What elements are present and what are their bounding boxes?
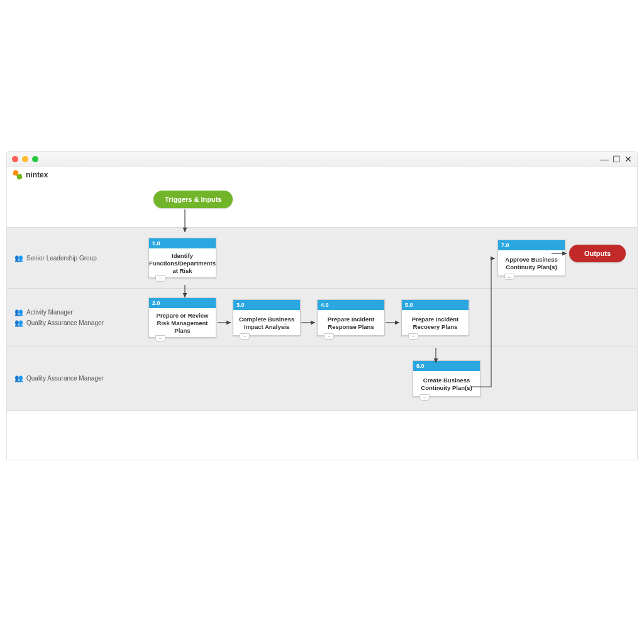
zoom-dot[interactable]: [32, 156, 38, 162]
lane-label: 👥 Activity Manager 👥 Quality Assurance M…: [7, 289, 142, 347]
role-text: Quality Assurance Manager: [26, 319, 104, 326]
step-tab[interactable]: –: [419, 394, 430, 401]
window-controls: — ☐ ✕: [600, 154, 632, 164]
maximize-icon[interactable]: ☐: [613, 154, 621, 164]
close-dot[interactable]: [12, 156, 18, 162]
step-number: 5.0: [402, 300, 469, 310]
app-window: — ☐ ✕ nintex Triggers & Inputs Outputs 👥…: [6, 151, 638, 460]
people-icon: 👥: [14, 374, 23, 382]
brand-icon: [13, 170, 22, 179]
step-number: 1.0: [149, 238, 216, 248]
step-3[interactable]: 3.0 Complete Business Impact Analysis –: [233, 299, 301, 336]
minimize-dot[interactable]: [22, 156, 28, 162]
lane-activity-manager: 👥 Activity Manager 👥 Quality Assurance M…: [7, 288, 637, 347]
role-text: Senior Leadership Group: [26, 255, 97, 262]
minimize-icon[interactable]: —: [600, 154, 609, 164]
step-title: Prepare or Review Risk Management Plans: [149, 308, 216, 337]
triggers-pill[interactable]: Triggers & Inputs: [153, 191, 233, 208]
step-tab[interactable]: –: [324, 333, 334, 340]
titlebar: — ☐ ✕: [7, 152, 637, 167]
step-5[interactable]: 5.0 Prepare Incident Recovery Plans –: [401, 299, 469, 336]
traffic-lights: [12, 156, 38, 162]
lane-senior-leadership: 👥 Senior Leadership Group 1.0 Identify F…: [7, 227, 637, 288]
role-text: Quality Assurance Manager: [26, 375, 104, 382]
triggers-label: Triggers & Inputs: [165, 196, 221, 203]
step-title: Approve Business Continuity Plan(s): [498, 250, 565, 275]
people-icon: 👥: [14, 254, 23, 262]
people-icon: 👥: [14, 308, 23, 316]
step-7[interactable]: 7.0 Approve Business Continuity Plan(s) …: [497, 240, 565, 276]
step-number: 3.0: [233, 300, 300, 310]
step-tab[interactable]: –: [240, 333, 250, 340]
lane-role: 👥 Quality Assurance Manager: [14, 374, 135, 382]
step-tab[interactable]: –: [155, 275, 165, 282]
lane-label: 👥 Senior Leadership Group: [7, 228, 142, 288]
close-icon[interactable]: ✕: [625, 154, 632, 164]
step-number: 6.0: [413, 361, 480, 371]
step-4[interactable]: 4.0 Prepare Incident Response Plans –: [317, 299, 385, 336]
lane-role: 👥 Quality Assurance Manager: [14, 319, 135, 327]
step-number: 4.0: [318, 300, 384, 310]
lane-role: 👥 Senior Leadership Group: [14, 254, 135, 262]
lane-body: 1.0 Identify Functions/Departments at Ri…: [142, 228, 637, 288]
people-icon: 👥: [14, 319, 23, 327]
step-title: Complete Business Impact Analysis: [233, 310, 300, 335]
step-tab[interactable]: –: [504, 274, 514, 280]
lane-role: 👥 Activity Manager: [14, 308, 135, 316]
step-title: Create Business Continuity Plan(s): [413, 371, 480, 396]
step-6[interactable]: 6.0 Create Business Continuity Plan(s) –: [413, 360, 480, 397]
step-tab[interactable]: –: [155, 335, 165, 341]
brand-name: nintex: [26, 170, 48, 179]
step-title: Prepare Incident Recovery Plans: [402, 310, 469, 335]
step-number: 2.0: [149, 298, 216, 308]
step-number: 7.0: [498, 240, 565, 250]
step-1[interactable]: 1.0 Identify Functions/Departments at Ri…: [148, 238, 216, 278]
lane-body: 6.0 Create Business Continuity Plan(s) –: [142, 347, 637, 410]
lane-body: 2.0 Prepare or Review Risk Management Pl…: [142, 289, 637, 347]
step-2[interactable]: 2.0 Prepare or Review Risk Management Pl…: [148, 297, 216, 338]
role-text: Activity Manager: [26, 309, 73, 316]
process-canvas: Triggers & Inputs Outputs 👥 Senior Leade…: [7, 183, 637, 460]
step-title: Prepare Incident Response Plans: [318, 310, 384, 335]
lane-qa-manager: 👥 Quality Assurance Manager 6.0 Create B…: [7, 347, 637, 411]
brand-bar: nintex: [7, 167, 637, 183]
swimlanes: 👥 Senior Leadership Group 1.0 Identify F…: [7, 227, 637, 411]
lane-label: 👥 Quality Assurance Manager: [7, 347, 142, 410]
step-title: Identify Functions/Departments at Risk: [149, 248, 216, 277]
step-tab[interactable]: –: [408, 333, 418, 340]
